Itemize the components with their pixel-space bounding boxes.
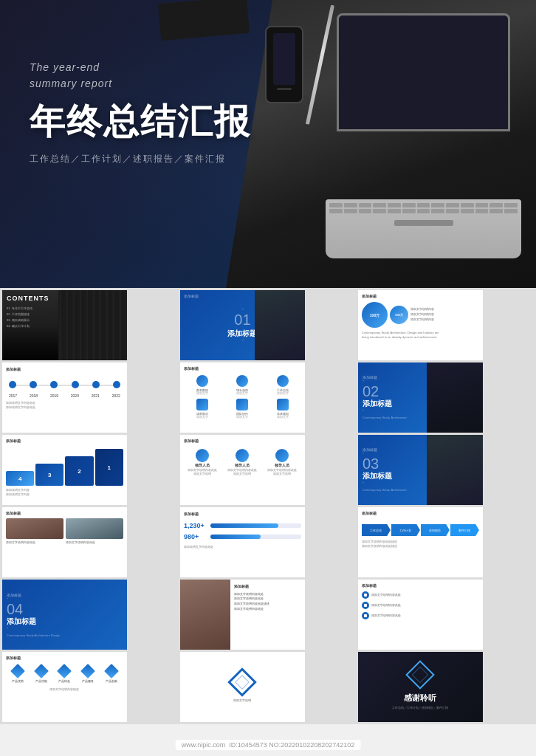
contents-title: CONTENTS	[7, 295, 49, 302]
slide-quote03: 添加标题 " 03 添加标题 " Contemporary Study, Arc…	[358, 435, 483, 505]
quote-num-03: 03	[363, 456, 422, 471]
quote-num-02: 02	[363, 384, 422, 399]
slide-checklist: 添加标题 添加文字说明内容此处 添加文字说明内容此处 添加文字说明内容此处	[358, 580, 483, 650]
step-4: 4	[6, 471, 34, 486]
slide-timeline: 添加标题 2017 2018 2019 2020 2021 2022 添加说明文…	[2, 362, 127, 433]
timeline-desc: 添加说明文字内容此处 添加说明文字内容此处	[6, 401, 123, 410]
contents-item-3: 03. 项目成就展示	[7, 317, 49, 323]
slide-quote02: 添加标题 " 02 添加标题 " Contemporary Study, Arc…	[358, 362, 483, 433]
slide-label-15: 添加标题	[362, 583, 479, 588]
slide-label-2: 添加标题	[184, 294, 199, 298]
person-1: 领导人员 添加文字说明内容此处添加文字说明	[184, 449, 221, 477]
year-2022: 2022	[112, 394, 120, 398]
watermark: www.nipic.com ID:10454573 NO:20220102208…	[176, 740, 361, 750]
slide-label-11: 添加标题	[184, 512, 301, 516]
icon-item-2: 增长趋势 添加文字	[224, 375, 261, 396]
slide-icon-grid: 添加标题 图表数据 添加文字 增长趋势 添加文字 工作总结 添加文字 成果展示 …	[180, 362, 305, 433]
diamond-item-3: 产品特色	[58, 666, 70, 683]
slide-diamond-icons: 添加标题 产品优势 产品功能 产品特色 产品服务 产品创新 添	[2, 652, 127, 722]
number-row-2: 980+	[184, 533, 301, 540]
year-2017: 2017	[9, 394, 17, 398]
stat-circle-large: 100万	[362, 302, 388, 328]
slide-arrow-steps: 添加标题 工作总结 工作计划 述职报告 案件汇报 添加文字说明内容此处描述 添加…	[358, 507, 483, 577]
quote2-close: "	[363, 409, 422, 413]
diamond-item-2: 产品功能	[35, 666, 47, 683]
year-2021: 2021	[92, 394, 100, 398]
preview-desc: 添加文字说明	[233, 698, 251, 703]
slide-quote04: 添加标题 " 04 添加标题 " Contemporary Study Arch…	[2, 580, 127, 650]
quote3-desc: Contemporary Study, Architecture	[363, 488, 422, 492]
thank-you-sub: 工作总结／工作计划／述职报告／案件汇报	[392, 707, 448, 709]
slides-grid: CONTENTS 01. 专注于工作总结 02. 工作范围描述 03. 项目成就…	[0, 288, 536, 724]
quote-title-01: 添加标题	[227, 329, 257, 339]
slide-image-text: 添加标题 添加文字说明内容此处 添加文字说明内容此处 添加文字说明内容此处描述 …	[180, 580, 305, 650]
slide-contents: CONTENTS 01. 专注于工作总结 02. 工作范围描述 03. 项目成就…	[2, 290, 127, 360]
contents-item-2: 02. 工作范围描述	[7, 312, 49, 317]
slide-label-12: 添加标题	[362, 511, 479, 515]
quote4-close: "	[7, 627, 60, 631]
slide-label-3: 添加标题	[362, 294, 479, 298]
diamond-item-4: 产品服务	[82, 666, 94, 683]
col-right: 添加文字说明内容此处	[66, 518, 123, 574]
steps-desc: 添加说明文字内容 添加说明文字内容	[6, 488, 123, 497]
final-diamond-icon	[406, 660, 436, 690]
check-item-3: 添加文字说明内容此处	[362, 612, 479, 619]
arrow-step-1: 工作总结	[362, 524, 391, 536]
arrow-step-3: 述职报告	[421, 524, 450, 536]
contents-item-1: 01. 专注于工作总结	[7, 306, 49, 312]
quote-num-04: 04	[7, 602, 60, 616]
year-2018: 2018	[30, 394, 38, 398]
slide-numbers: 添加标题 1,230+ 980+ 添加说明文字内容此处	[180, 507, 305, 577]
icon-item-1: 图表数据 添加文字	[184, 375, 221, 396]
hero-section: The year-end summary report 年终总结汇报 工作总结／…	[0, 0, 536, 288]
col-left: 添加文字说明内容此处	[6, 518, 63, 574]
arrows-desc: 添加文字说明内容此处描述 添加文字说明内容此处描述	[362, 540, 479, 549]
step-3: 3	[35, 464, 63, 486]
slide-steps: 添加标题 4 3 2 1 添加说明文字内容 添加说明文字内容	[2, 435, 127, 505]
icon-item-3: 工作总结 添加文字	[264, 375, 301, 396]
slide-label-10: 添加标题	[6, 511, 123, 515]
stat-circle-small: 500万	[390, 306, 408, 324]
person-3: 领导人员 添加文字说明内容此处添加文字说明	[264, 449, 301, 477]
check-item-2: 添加文字说明内容此处	[362, 602, 479, 609]
quote-title-03: 添加标题	[363, 471, 422, 481]
quote-num-01: 01	[227, 312, 257, 327]
step-2: 2	[65, 456, 93, 486]
year-2019: 2019	[50, 394, 58, 398]
hero-subtitle-en: The year-end summary report	[30, 59, 251, 92]
slide-label-7: 添加标题	[6, 439, 123, 443]
person-2: 领导人员 添加文字说明内容此处添加文字说明	[224, 449, 261, 477]
check-item-1: 添加文字说明内容此处	[362, 591, 479, 599]
quote-title-02: 添加标题	[363, 399, 422, 409]
arrow-step-4: 案件汇报	[450, 524, 479, 536]
icon-item-4: 成果展示 添加文字	[184, 399, 221, 419]
number-row-1: 1,230+	[184, 522, 301, 529]
slide-final: 感谢聆听 工作总结／工作计划／述职报告／案件汇报	[358, 652, 483, 722]
diamond-logo	[228, 667, 258, 697]
thank-you-title: 感谢聆听	[404, 693, 436, 704]
slide-twocol-photos: 添加标题 添加文字说明内容此处 添加文字说明内容此处	[2, 507, 127, 577]
arrow-step-2: 工作计划	[391, 524, 420, 536]
stats-desc: 添加文字说明内容 添加文字说明内容 添加文字说明内容	[410, 307, 479, 322]
slide-thank-you-preview: 添加文字说明	[180, 652, 305, 722]
slide-quote01: 添加标题 " 01 添加标题 "	[180, 290, 305, 360]
diamond-item-1: 产品优势	[12, 666, 24, 683]
step-1: 1	[95, 449, 123, 486]
year-2020: 2020	[71, 394, 79, 398]
diamond-item-5: 产品创新	[106, 666, 117, 683]
quote-title-04: 添加标题	[7, 616, 60, 627]
slide-label-8: 添加标题	[184, 439, 301, 443]
contents-item-4: 04. 确认工作计划	[7, 323, 49, 329]
slide-label-5: 添加标题	[184, 366, 301, 371]
quote4-desc: Contemporary Study Architecture Design	[7, 633, 60, 637]
slide-label-16: 添加标题	[6, 656, 123, 660]
diamond-desc: 添加文字说明内容描述	[6, 687, 123, 691]
quote3-close: "	[363, 481, 422, 486]
icon-item-6: 未来规划 添加文字	[264, 399, 301, 419]
hero-title-cn: 年终总结汇报	[30, 98, 251, 145]
quote-mark-close: "	[227, 339, 257, 343]
image-text-content: 添加标题 添加文字说明内容此处 添加文字说明内容此处 添加文字说明内容此处描述 …	[230, 580, 305, 650]
slide-stats: 添加标题 100万 500万 添加文字说明内容 添加文字说明内容 添加文字说明内…	[358, 290, 483, 360]
stats-text: Contemporary Study, Architecture, Design…	[362, 331, 479, 340]
icon-item-5: 团队协作 添加文字	[224, 399, 261, 419]
